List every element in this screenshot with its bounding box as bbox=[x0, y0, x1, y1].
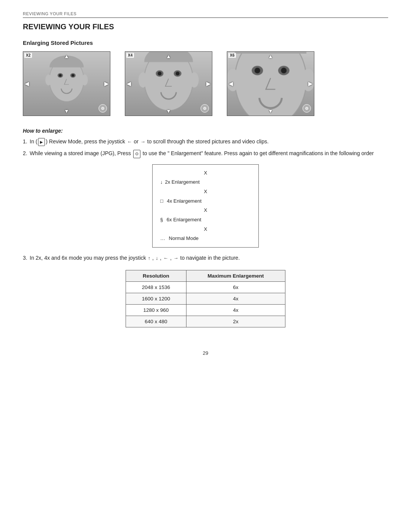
images-row: ▲ ▼ ◀ ▶ X2 ▲ ▼ ◀ ▶ X4 ▲ ▼ ◀ ▶ bbox=[23, 51, 388, 116]
resolution-cell: 1600 x 1200 bbox=[126, 293, 186, 304]
step-1: 1. In (▶) Review Mode, press the joystic… bbox=[23, 137, 388, 146]
diagram-row-6x: § 6x Enlargement bbox=[160, 215, 251, 225]
right-arrow-inline-3: → bbox=[174, 255, 178, 261]
left-arrow-inline-3: ← bbox=[163, 255, 168, 261]
diagram-row-x-3: X bbox=[160, 206, 251, 215]
col-header-max-enlarge: Maximum Enlargement bbox=[186, 270, 285, 281]
image-x2: ▲ ▼ ◀ ▶ X2 bbox=[23, 51, 110, 116]
max-enlarge-cell: 2x bbox=[186, 316, 285, 327]
step-2: 2. While viewing a stored image (JPG), P… bbox=[23, 149, 388, 158]
step-3-num: 3. bbox=[23, 254, 27, 262]
top-label: REVIEWING YOUR FILES bbox=[23, 11, 388, 16]
max-enlarge-cell: 4x bbox=[186, 304, 285, 316]
diagram-row-x-top: X bbox=[160, 168, 251, 178]
diagram-row-x-2: X bbox=[160, 187, 251, 197]
or-text: or bbox=[134, 138, 139, 145]
instructions: How to enlarge: 1. In (▶) Review Mode, p… bbox=[23, 127, 388, 262]
page-number: 29 bbox=[23, 350, 388, 356]
step-list-3: 3. In 2x, 4x and 6x mode you may press t… bbox=[23, 254, 388, 262]
table-row: 640 x 4802x bbox=[126, 316, 285, 327]
play-icon: ▶ bbox=[40, 140, 43, 144]
table-row: 1600 x 12004x bbox=[126, 293, 285, 304]
zoom-badge-2: X4 bbox=[126, 53, 134, 58]
page-title: REVIEWING YOUR FILES bbox=[23, 22, 388, 31]
diagram-row-2x: ↓ 2x Enlargement bbox=[160, 178, 251, 187]
zoom-badge-1: X2 bbox=[24, 53, 32, 58]
max-enlarge-cell: 6x bbox=[186, 281, 285, 293]
diagram-icon-3: § bbox=[160, 215, 163, 225]
diagram-icon-2: □ bbox=[160, 197, 163, 206]
enlargement-table: Resolution Maximum Enlargement 2048 x 15… bbox=[126, 270, 285, 327]
image-x4: ▲ ▼ ◀ ▶ X4 bbox=[125, 51, 212, 116]
diagram-label-6x: 6x Enlargement bbox=[165, 215, 201, 225]
col-header-resolution: Resolution bbox=[126, 270, 186, 281]
resolution-cell: 2048 x 1536 bbox=[126, 281, 186, 293]
table-head: Resolution Maximum Enlargement bbox=[126, 270, 285, 281]
diagram-icon-1: ↓ bbox=[160, 178, 163, 187]
step-2-num: 2. bbox=[23, 149, 27, 157]
max-enlarge-cell: 4x bbox=[186, 293, 285, 304]
top-rule bbox=[23, 17, 388, 18]
up-arrow-inline: ↑ bbox=[148, 255, 151, 261]
zoom-badge-3: X6 bbox=[228, 53, 236, 58]
resolution-cell: 640 x 480 bbox=[126, 316, 186, 327]
diagram-row-x-4: X bbox=[160, 225, 251, 234]
left-arrow-inline: ← bbox=[127, 139, 132, 145]
image-x6: ▲ ▼ ◀ ▶ X6 bbox=[227, 51, 314, 116]
resolution-cell: 1280 x 960 bbox=[126, 304, 186, 316]
table-header-row: Resolution Maximum Enlargement bbox=[126, 270, 285, 281]
diagram-icon-4: … bbox=[160, 234, 165, 243]
enlargement-diagram: X ↓ 2x Enlargement X □ 4x Enlargement X … bbox=[152, 164, 259, 248]
step-3: 3. In 2x, 4x and 6x mode you may press t… bbox=[23, 254, 388, 262]
section-title: Enlarging Stored Pictures bbox=[23, 40, 388, 46]
diagram-row-normal: … Normal Mode bbox=[160, 234, 251, 243]
right-arrow-inline: → bbox=[140, 139, 145, 145]
diagram-row-4x: □ 4x Enlargement bbox=[160, 197, 251, 206]
enlargement-icon: ⊙ bbox=[133, 150, 140, 158]
step-list: 1. In (▶) Review Mode, press the joystic… bbox=[23, 137, 388, 158]
diagram-label-2x: 2x Enlargement bbox=[165, 178, 200, 187]
diagram-label-4x: 4x Enlargement bbox=[166, 197, 202, 206]
review-mode-icon: ▶ bbox=[38, 138, 45, 146]
table-row: 1280 x 9604x bbox=[126, 304, 285, 316]
table-row: 2048 x 15366x bbox=[126, 281, 285, 293]
diagram-label-normal: Normal Mode bbox=[167, 234, 199, 243]
how-to-enlarge-label: How to enlarge: bbox=[23, 127, 388, 135]
step-1-num: 1. bbox=[23, 137, 27, 146]
table-body: 2048 x 15366x1600 x 12004x1280 x 9604x64… bbox=[126, 281, 285, 327]
down-arrow-inline: ↓ bbox=[156, 255, 158, 261]
